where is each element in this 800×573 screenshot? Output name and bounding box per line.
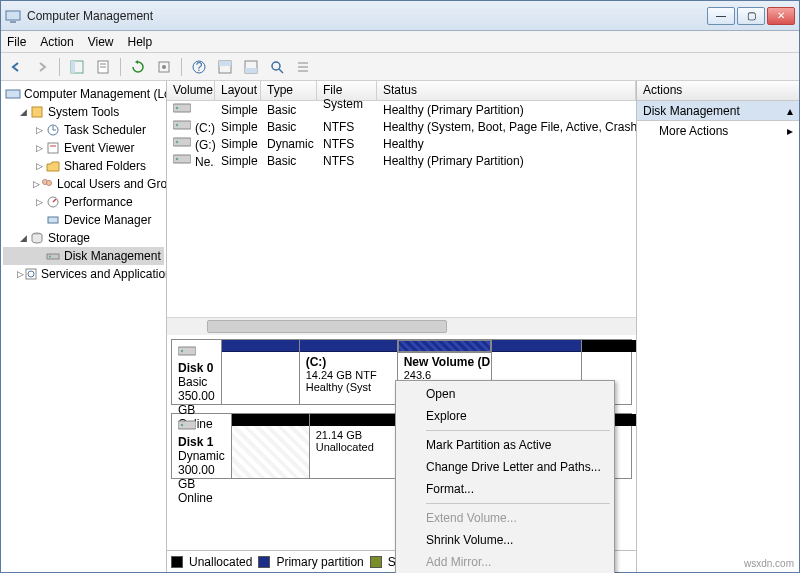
svg-rect-21	[32, 107, 42, 117]
help-button[interactable]: ?	[188, 56, 210, 78]
svg-point-48	[181, 424, 183, 426]
tree-performance[interactable]: ▷Performance	[3, 193, 164, 211]
col-type[interactable]: Type	[261, 81, 317, 100]
volume-hscrollbar[interactable]	[167, 317, 636, 335]
show-hide-tree-button[interactable]	[66, 56, 88, 78]
svg-point-28	[47, 181, 52, 186]
tree-disk-management[interactable]: Disk Management	[3, 247, 164, 265]
view-bottom-button[interactable]	[240, 56, 262, 78]
volume-row[interactable]: SimpleBasicHealthy (Primary Partition)	[167, 101, 636, 118]
refresh-button[interactable]	[127, 56, 149, 78]
actions-pane: Actions Disk Management ▴ More Actions ▸	[637, 81, 799, 572]
volume-row[interactable]: (G:)SimpleDynamicNTFSHealthy	[167, 135, 636, 152]
expand-icon[interactable]: ▷	[33, 125, 45, 135]
svg-rect-20	[6, 90, 20, 98]
svg-point-42	[176, 141, 178, 143]
svg-rect-45	[178, 347, 196, 355]
view-top-button[interactable]	[214, 56, 236, 78]
svg-rect-47	[178, 421, 196, 429]
toolbar: ?	[1, 53, 799, 81]
nav-tree: Computer Management (Local ◢System Tools…	[1, 81, 167, 572]
list-button[interactable]	[292, 56, 314, 78]
disk-icon	[178, 418, 196, 432]
collapse-icon[interactable]: ◢	[17, 107, 29, 117]
svg-rect-37	[173, 104, 191, 112]
ctx-open[interactable]: Open	[398, 383, 612, 405]
menu-view[interactable]: View	[88, 35, 114, 49]
svg-rect-0	[6, 11, 20, 20]
disk-info[interactable]: Disk 1Dynamic300.00 GBOnline	[172, 414, 232, 478]
ctx-add-mirror: Add Mirror...	[398, 551, 612, 573]
partition[interactable]	[232, 414, 310, 478]
menu-file[interactable]: File	[7, 35, 26, 49]
window-title: Computer Management	[27, 9, 707, 23]
svg-point-38	[176, 107, 178, 109]
drive-icon	[173, 135, 191, 149]
disk-info[interactable]: Disk 0Basic350.00 GBOnline	[172, 340, 222, 404]
close-button[interactable]: ✕	[767, 7, 795, 25]
expand-icon[interactable]: ▷	[33, 161, 45, 171]
volume-row[interactable]: Ne...SimpleBasicNTFSHealthy (Primary Par…	[167, 152, 636, 169]
actions-section[interactable]: Disk Management ▴	[637, 101, 799, 121]
svg-line-16	[279, 69, 283, 73]
app-icon	[5, 8, 21, 24]
tree-device-manager[interactable]: Device Manager	[3, 211, 164, 229]
partition[interactable]: (C:)14.24 GB NTFHealthy (Syst	[300, 340, 398, 404]
chevron-right-icon: ▸	[787, 124, 793, 138]
svg-rect-33	[47, 254, 59, 259]
forward-button[interactable]	[31, 56, 53, 78]
context-menu: Open Explore Mark Partition as Active Ch…	[395, 380, 615, 573]
swatch-simple	[370, 556, 382, 568]
properties-button[interactable]	[92, 56, 114, 78]
collapse-icon[interactable]: ◢	[17, 233, 29, 243]
tree-task-scheduler[interactable]: ▷Task Scheduler	[3, 121, 164, 139]
tree-local-users[interactable]: ▷Local Users and Groups	[3, 175, 164, 193]
menubar: File Action View Help	[1, 31, 799, 53]
expand-icon[interactable]: ▷	[33, 179, 40, 189]
volume-list: Volume Layout Type File System Status Si…	[167, 81, 636, 317]
ctx-explore[interactable]: Explore	[398, 405, 612, 427]
svg-point-46	[181, 350, 183, 352]
drive-icon	[173, 118, 191, 132]
menu-action[interactable]: Action	[40, 35, 73, 49]
tree-shared-folders[interactable]: ▷Shared Folders	[3, 157, 164, 175]
expand-icon[interactable]: ▷	[33, 143, 45, 153]
ctx-mark-active[interactable]: Mark Partition as Active	[398, 434, 612, 456]
partition[interactable]	[222, 340, 300, 404]
tree-system-tools[interactable]: ◢System Tools	[3, 103, 164, 121]
col-volume[interactable]: Volume	[167, 81, 215, 100]
svg-point-44	[176, 158, 178, 160]
col-layout[interactable]: Layout	[215, 81, 261, 100]
svg-rect-1	[10, 21, 16, 23]
ctx-shrink[interactable]: Shrink Volume...	[398, 529, 612, 551]
swatch-primary	[258, 556, 270, 568]
minimize-button[interactable]: —	[707, 7, 735, 25]
tree-services-apps[interactable]: ▷Services and Applications	[3, 265, 164, 283]
svg-point-34	[49, 256, 51, 258]
swatch-unallocated	[171, 556, 183, 568]
find-button[interactable]	[266, 56, 288, 78]
svg-rect-25	[48, 143, 58, 153]
tree-storage[interactable]: ◢Storage	[3, 229, 164, 247]
maximize-button[interactable]: ▢	[737, 7, 765, 25]
svg-rect-39	[173, 121, 191, 129]
settings-button[interactable]	[153, 56, 175, 78]
menu-help[interactable]: Help	[128, 35, 153, 49]
tree-event-viewer[interactable]: ▷Event Viewer	[3, 139, 164, 157]
actions-more[interactable]: More Actions ▸	[637, 121, 799, 141]
volume-row[interactable]: (C:)SimpleBasicNTFSHealthy (System, Boot…	[167, 118, 636, 135]
svg-rect-14	[245, 68, 257, 73]
expand-icon[interactable]: ▷	[17, 269, 24, 279]
svg-point-8	[162, 65, 166, 69]
svg-point-15	[272, 62, 280, 70]
ctx-change-letter[interactable]: Change Drive Letter and Paths...	[398, 456, 612, 478]
back-button[interactable]	[5, 56, 27, 78]
expand-icon[interactable]: ▷	[33, 197, 45, 207]
tree-root[interactable]: Computer Management (Local	[3, 85, 164, 103]
col-filesystem[interactable]: File System	[317, 81, 377, 100]
ctx-extend: Extend Volume...	[398, 507, 612, 529]
col-status[interactable]: Status	[377, 81, 636, 100]
drive-icon	[173, 101, 191, 115]
ctx-format[interactable]: Format...	[398, 478, 612, 500]
collapse-icon: ▴	[787, 104, 793, 118]
